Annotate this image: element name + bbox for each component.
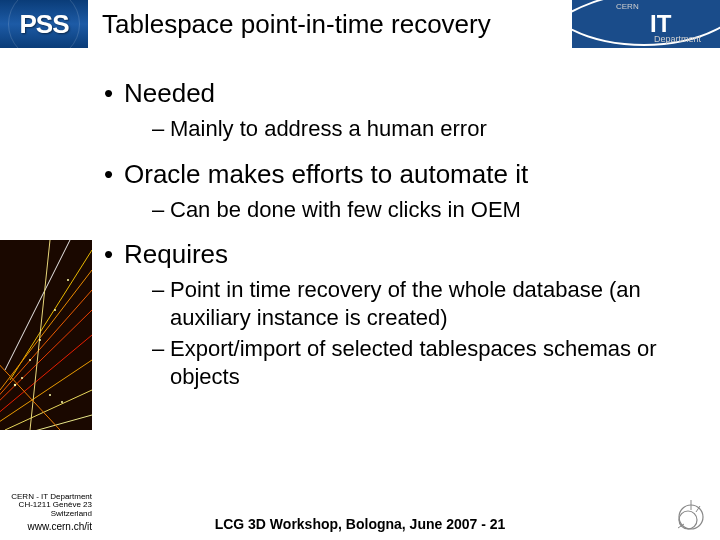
pss-badge: PSS: [0, 0, 88, 48]
bullet-item: Oracle makes efforts to automate it Can …: [104, 159, 700, 224]
sub-bullet-item: Export/import of selected tablespaces sc…: [152, 335, 700, 390]
svg-point-15: [29, 359, 31, 361]
bullet-item: Requires Point in time recovery of the w…: [104, 239, 700, 390]
svg-point-19: [49, 394, 51, 396]
footer-line: Switzerland: [4, 510, 92, 519]
sub-bullet-item: Can be done with few clicks in OEM: [152, 196, 700, 224]
svg-point-20: [61, 401, 63, 403]
bullet-item: Needed Mainly to address a human error: [104, 78, 700, 143]
cern-circle-logo: [674, 500, 708, 534]
svg-point-16: [39, 339, 41, 341]
bullet-text: Oracle makes efforts to automate it: [124, 159, 528, 189]
sub-bullet-item: Point in time recovery of the whole data…: [152, 276, 700, 331]
footer-address: CERN - IT Department CH-1211 Genève 23 S…: [4, 493, 92, 532]
svg-point-13: [14, 384, 16, 386]
svg-point-17: [54, 309, 56, 311]
decorative-event-image: [0, 240, 92, 430]
svg-point-14: [21, 377, 23, 379]
footer-url: www.cern.ch/it: [4, 521, 92, 532]
bullet-text: Needed: [124, 78, 215, 108]
slide-content: Needed Mainly to address a human error O…: [0, 48, 720, 390]
bullet-list: Needed Mainly to address a human error O…: [104, 78, 700, 390]
sub-bullet-list: Can be done with few clicks in OEM: [124, 196, 700, 224]
logo-dept-text: Department: [654, 34, 701, 44]
logo-cern-text: CERN: [616, 2, 639, 11]
cern-it-logo: CERN IT Department: [572, 0, 720, 48]
title-area: Tablespace point-in-time recovery: [88, 0, 572, 48]
svg-point-22: [679, 511, 697, 529]
sub-bullet-list: Point in time recovery of the whole data…: [124, 276, 700, 390]
slide-header: PSS Tablespace point-in-time recovery CE…: [0, 0, 720, 48]
svg-rect-0: [0, 240, 92, 430]
sub-bullet-item: Mainly to address a human error: [152, 115, 700, 143]
svg-point-18: [67, 279, 69, 281]
bullet-text: Requires: [124, 239, 228, 269]
sub-bullet-list: Mainly to address a human error: [124, 115, 700, 143]
footer-slide-info: LCG 3D Workshop, Bologna, June 2007 - 21: [0, 516, 720, 532]
slide-title: Tablespace point-in-time recovery: [102, 9, 491, 40]
